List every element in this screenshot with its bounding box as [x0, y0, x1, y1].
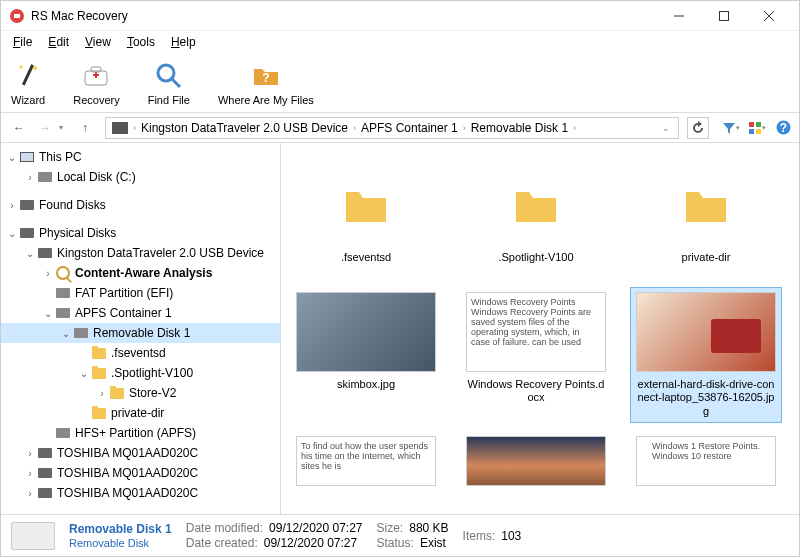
nav-back[interactable]: ← — [7, 116, 31, 140]
item-label: external-hard-disk-drive-connect-laptop_… — [635, 378, 777, 418]
menu-view[interactable]: View — [77, 33, 119, 51]
toolbar: Wizard Recovery Find File ? Where Are My… — [1, 53, 799, 113]
tree-panel: ⌄This PC ›Local Disk (C:) ›Found Disks ⌄… — [1, 143, 281, 514]
breadcrumb-seg-3[interactable]: Removable Disk 1 — [467, 121, 572, 135]
status-created-value: 09/12/2020 07:27 — [264, 536, 357, 550]
drive-icon — [19, 197, 35, 213]
drive-icon — [37, 485, 53, 501]
disk-icon — [55, 285, 71, 301]
status-mod-value: 09/12/2020 07:27 — [269, 521, 362, 535]
refresh-button[interactable] — [687, 117, 709, 139]
file-item[interactable] — [461, 432, 611, 490]
nav-up[interactable]: ↑ — [73, 116, 97, 140]
file-item[interactable]: Windows 1 Restore Points. Windows 10 res… — [631, 432, 781, 490]
svg-rect-1 — [14, 14, 20, 18]
recovery-button[interactable]: Recovery — [73, 60, 119, 106]
breadcrumb-seg-1[interactable]: Kingston DataTraveler 2.0 USB Device — [137, 121, 352, 135]
tree-spotlight[interactable]: ⌄.Spotlight-V100 — [1, 363, 280, 383]
menubar: File Edit View Tools Help — [1, 31, 799, 53]
file-item[interactable]: skimbox.jpg — [291, 288, 441, 422]
svg-point-13 — [158, 65, 174, 81]
tree-kingston[interactable]: ⌄Kingston DataTraveler 2.0 USB Device — [1, 243, 280, 263]
status-status-label: Status: — [377, 536, 414, 550]
find-file-button[interactable]: Find File — [148, 60, 190, 106]
file-item[interactable]: external-hard-disk-drive-connect-laptop_… — [631, 288, 781, 422]
item-label: .Spotlight-V100 — [498, 251, 573, 264]
item-label: .fseventsd — [341, 251, 391, 264]
close-button[interactable] — [746, 2, 791, 30]
breadcrumb[interactable]: › Kingston DataTraveler 2.0 USB Device ›… — [105, 117, 679, 139]
svg-rect-3 — [719, 11, 728, 20]
svg-point-7 — [33, 66, 37, 70]
tree-hfs-partition[interactable]: HFS+ Partition (APFS) — [1, 423, 280, 443]
breadcrumb-root-icon[interactable] — [108, 122, 132, 134]
breadcrumb-seg-2[interactable]: APFS Container 1 — [357, 121, 462, 135]
tree-private-dir[interactable]: private-dir — [1, 403, 280, 423]
minimize-button[interactable] — [656, 2, 701, 30]
tree-local-disk[interactable]: ›Local Disk (C:) — [1, 167, 280, 187]
tree-this-pc[interactable]: ⌄This PC — [1, 147, 280, 167]
file-item[interactable]: To find out how the user spends his time… — [291, 432, 441, 490]
view-options-icon[interactable]: ▾ — [747, 118, 767, 138]
window-title: RS Mac Recovery — [31, 9, 656, 23]
folder-question-icon: ? — [250, 60, 282, 92]
menu-edit[interactable]: Edit — [40, 33, 77, 51]
doc-thumbnail: Windows Recovery Points Windows Recovery… — [466, 292, 606, 372]
tree-fseventsd[interactable]: .fseventsd — [1, 343, 280, 363]
menu-tools[interactable]: Tools — [119, 33, 163, 51]
svg-rect-19 — [756, 129, 761, 134]
menu-file[interactable]: File — [5, 33, 40, 51]
chevron-right-icon: › — [572, 123, 577, 133]
drive-icon — [19, 225, 35, 241]
tree-removable-disk[interactable]: ⌄Removable Disk 1 — [1, 323, 280, 343]
tree-fat-partition[interactable]: FAT Partition (EFI) — [1, 283, 280, 303]
file-item[interactable]: Windows Recovery Points Windows Recovery… — [461, 288, 611, 422]
drive-icon — [37, 465, 53, 481]
nav-history-dropdown[interactable]: ▾ — [59, 123, 71, 132]
status-size-value: 880 KB — [409, 521, 448, 535]
tree-toshiba-3[interactable]: ›TOSHIBA MQ01AAD020C — [1, 483, 280, 503]
drive-icon — [37, 445, 53, 461]
svg-rect-18 — [749, 129, 754, 134]
disk-icon — [11, 522, 55, 550]
folder-icon — [636, 165, 776, 245]
disk-icon — [37, 169, 53, 185]
menu-help[interactable]: Help — [163, 33, 204, 51]
folder-item[interactable]: .fseventsd — [291, 161, 441, 268]
tree-store-v2[interactable]: ›Store-V2 — [1, 383, 280, 403]
wand-icon — [12, 60, 44, 92]
status-name: Removable Disk 1 — [69, 522, 172, 536]
tree-found-disks[interactable]: ›Found Disks — [1, 195, 280, 215]
breadcrumb-dropdown[interactable]: ⌄ — [656, 123, 676, 133]
folder-icon — [91, 345, 107, 361]
tree-apfs-container[interactable]: ⌄APFS Container 1 — [1, 303, 280, 323]
help-icon[interactable]: ? — [773, 118, 793, 138]
status-mod-label: Date modified: — [186, 521, 263, 535]
item-label: Windows Recovery Points.docx — [465, 378, 607, 404]
main: ⌄This PC ›Local Disk (C:) ›Found Disks ⌄… — [1, 143, 799, 514]
image-thumbnail — [296, 292, 436, 372]
where-files-button[interactable]: ? Where Are My Files — [218, 60, 314, 106]
find-file-label: Find File — [148, 94, 190, 106]
svg-point-8 — [20, 65, 23, 68]
tree-physical-disks[interactable]: ⌄Physical Disks — [1, 223, 280, 243]
nav-forward[interactable]: → — [33, 116, 57, 140]
tree-content-aware[interactable]: ›Content-Aware Analysis — [1, 263, 280, 283]
wizard-button[interactable]: Wizard — [11, 60, 45, 106]
status-type: Removable Disk — [69, 537, 172, 549]
status-created-label: Date created: — [186, 536, 258, 550]
svg-line-14 — [172, 79, 180, 87]
folder-icon — [466, 165, 606, 245]
status-items-value: 103 — [501, 529, 521, 543]
doc-thumbnail: Windows 1 Restore Points. Windows 10 res… — [636, 436, 776, 486]
folder-item[interactable]: .Spotlight-V100 — [461, 161, 611, 268]
filter-icon[interactable]: ▾ — [721, 118, 741, 138]
svg-rect-6 — [22, 64, 34, 85]
folder-item[interactable]: private-dir — [631, 161, 781, 268]
item-label: skimbox.jpg — [337, 378, 395, 391]
maximize-button[interactable] — [701, 2, 746, 30]
app-icon — [9, 8, 25, 24]
titlebar: RS Mac Recovery — [1, 1, 799, 31]
tree-toshiba-2[interactable]: ›TOSHIBA MQ01AAD020C — [1, 463, 280, 483]
tree-toshiba-1[interactable]: ›TOSHIBA MQ01AAD020C — [1, 443, 280, 463]
